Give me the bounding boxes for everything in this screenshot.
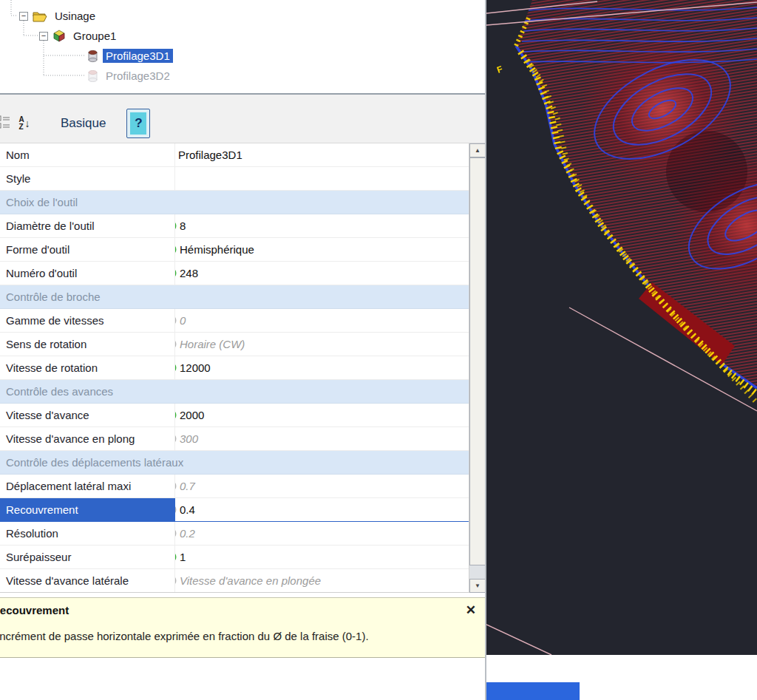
machining-tree: − Usinage − Groupe1 Profilage3D1 Profila… [0,0,485,95]
default-arrow-icon [175,527,177,540]
tree-expander-icon[interactable]: − [39,32,48,41]
viewport-3d[interactable]: F [486,0,757,655]
sort-alphabetical-button[interactable]: AZ ↓ [13,110,35,137]
sort-alphabetical-icon: AZ [18,116,24,131]
group-cube-icon [52,30,66,42]
machining-op-disabled-icon [87,69,98,83]
help-button[interactable]: ? [126,109,150,138]
property-value[interactable]: Vitesse d'avance en plongée [175,569,469,592]
property-row[interactable]: Style [0,167,469,191]
property-label[interactable]: Diamètre de l'outil [0,214,175,237]
categorized-icon [0,115,10,132]
property-row[interactable]: Sens de rotation Horaire (CW) [0,333,469,356]
property-label[interactable]: Numéro d'outil [0,262,175,285]
tree-expander-icon[interactable]: − [19,12,28,21]
scroll-down-button[interactable]: ▼ [469,579,486,593]
override-arrow-icon [175,267,177,279]
property-label[interactable]: Vitesse d'avance en plong [0,427,175,450]
property-row[interactable]: Surépaisseur 1 [0,546,469,569]
property-grid-rows: Nom Profilage3D1 Style Choix de l'outil … [0,143,469,592]
tree-item-label[interactable]: Usinage [52,9,98,23]
left-panel: − Usinage − Groupe1 Profilage3D1 Profila… [0,0,486,700]
scroll-up-icon: ▲ [475,147,481,154]
property-value[interactable]: 8 [175,214,469,237]
default-arrow-icon [175,480,177,492]
property-value[interactable]: 0.4 [175,498,469,521]
property-label[interactable]: Vitesse d'avance [0,404,175,427]
property-value[interactable]: Hémisphérique [175,238,469,261]
sort-arrow-icon: ↓ [25,118,30,129]
property-row[interactable]: Résolution 0.2 [0,522,469,546]
property-value[interactable]: 300 [175,427,469,450]
property-value[interactable]: 2000 [175,404,469,427]
folder-icon [33,10,47,22]
property-grid: Nom Profilage3D1 Style Choix de l'outil … [0,143,485,593]
default-arrow-icon [175,432,177,445]
help-panel: Recouvrement ✕ Incrément de passe horizo… [0,597,485,658]
property-row[interactable]: Vitesse d'avance en plong 300 [0,427,469,451]
section-header-row: Contrôle de broche [0,285,469,309]
property-value[interactable]: 248 [175,262,469,285]
property-value[interactable]: 12000 [175,356,469,379]
override-arrow-icon [175,220,177,232]
property-label[interactable]: Vitesse d'avance latérale [0,569,175,592]
status-selected-indicator[interactable] [486,682,580,700]
property-value[interactable]: 0.7 [175,475,469,497]
section-header-row: Contrôle des avances [0,380,469,404]
property-row[interactable]: Numéro d'outil 248 [0,262,469,285]
property-value[interactable]: 0.2 [175,522,469,545]
property-row[interactable]: Vitesse d'avance latérale Vitesse d'avan… [0,569,469,592]
property-row[interactable]: Diamètre de l'outil 8 [0,214,469,238]
property-label[interactable]: Forme d'outil [0,238,175,261]
property-grid-scrollbar[interactable]: ▲ ▼ [469,143,485,593]
view-mode-label: Basique [61,116,106,131]
scroll-down-icon: ▼ [475,582,481,589]
application-window: − Usinage − Groupe1 Profilage3D1 Profila… [0,0,757,700]
tree-item-profilage3d2[interactable]: Profilage3D2 [0,66,485,86]
property-value[interactable]: 1 [175,546,469,568]
property-label[interactable]: Résolution [0,522,175,545]
toolbar: AZ ↓ Basique ? [0,95,485,143]
property-label[interactable]: Vitesse de rotation [0,356,175,379]
viewport-panel: F [486,0,757,700]
property-label[interactable]: Sens de rotation [0,333,175,356]
default-arrow-icon [175,338,177,350]
help-icon: ? [130,112,146,135]
property-label[interactable]: Gamme de vitesses [0,309,175,332]
property-row[interactable]: Déplacement latéral maxi 0.7 [0,475,469,498]
tree-item-usinage[interactable]: − Usinage [0,6,485,26]
property-row[interactable]: Gamme de vitesses 0 [0,309,469,333]
tree-item-label[interactable]: Profilage3D1 [103,49,173,63]
property-value[interactable] [175,167,469,190]
override-arrow-icon [175,409,177,421]
section-header-row: Contrôle des déplacements latéraux [0,451,469,475]
section-header-row: Choix de l'outil [0,191,469,214]
property-label[interactable]: Nom [0,143,175,166]
tree-item-profilage3d1[interactable]: Profilage3D1 [0,46,485,66]
scrollbar-thumb[interactable] [469,157,486,565]
viewport-bottom-strip [486,655,757,700]
help-close-button[interactable]: ✕ [466,602,476,618]
property-value[interactable]: 0 [175,309,469,332]
property-row[interactable]: Nom Profilage3D1 [0,143,469,167]
machining-op-icon [87,50,98,63]
property-label[interactable]: Style [0,167,175,190]
property-label[interactable]: Recouvrement [0,498,175,521]
property-label[interactable]: Surépaisseur [0,546,175,568]
property-value[interactable]: Horaire (CW) [175,333,469,356]
property-row[interactable]: Recouvrement 0.4 [0,498,469,522]
property-row[interactable]: Vitesse d'avance 2000 [0,404,469,427]
property-row[interactable]: Vitesse de rotation 12000 [0,356,469,380]
property-value[interactable]: Profilage3D1 [175,143,469,166]
categorized-button[interactable] [0,110,13,137]
property-label[interactable]: Déplacement latéral maxi [0,475,175,497]
tree-item-label[interactable]: Groupe1 [70,29,119,43]
tree-item-groupe1[interactable]: − Groupe1 [0,26,485,46]
scroll-up-button[interactable]: ▲ [469,143,486,157]
property-row[interactable]: Forme d'outil Hémisphérique [0,238,469,262]
override-arrow-icon [175,551,177,563]
default-arrow-icon [175,503,177,516]
override-arrow-icon [175,243,177,256]
tree-item-label[interactable]: Profilage3D2 [103,69,173,83]
default-arrow-icon [175,314,177,327]
